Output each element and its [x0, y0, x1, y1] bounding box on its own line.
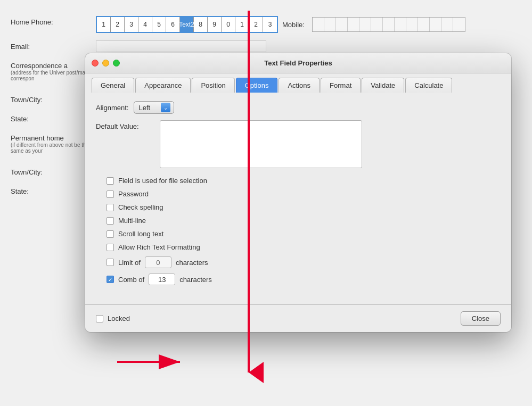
tab-bar: General Appearance Position Options Acti… — [85, 73, 511, 93]
tab-calculate[interactable]: Calculate — [405, 78, 452, 93]
scroll-long-label: Scroll long text — [118, 230, 163, 238]
password-checkbox[interactable] — [107, 190, 114, 198]
comb-field[interactable]: 1 2 3 4 5 6 Text2 8 9 0 1 2 3 — [96, 16, 278, 33]
comb-cell: 9 — [208, 17, 222, 32]
default-value-label: Default Value: — [96, 120, 154, 130]
password-label: Password — [118, 190, 149, 198]
permanent-home-label: Permanent home (if different from above … — [11, 132, 96, 154]
comb-cell: 3 — [125, 17, 138, 32]
tab-general[interactable]: General — [92, 78, 134, 93]
comb-cell: 4 — [138, 17, 152, 32]
comb-input[interactable] — [149, 274, 175, 285]
comb-checkbox[interactable]: ✓ — [107, 276, 114, 283]
close-button[interactable]: Close — [461, 311, 501, 326]
check-spelling-label: Check spelling — [118, 203, 163, 211]
alignment-select[interactable]: Left ⌄ — [134, 101, 174, 114]
bottom-bar: Locked Close — [85, 304, 511, 332]
alignment-row: Alignment: Left ⌄ — [96, 101, 501, 114]
limit-checkbox[interactable] — [107, 259, 114, 266]
comb-cell: 3 — [263, 17, 277, 32]
default-value-row: Default Value: — [96, 120, 501, 168]
tab-appearance[interactable]: Appearance — [135, 78, 191, 93]
town-city-label: Town/City: — [11, 94, 96, 104]
tab-actions[interactable]: Actions — [279, 78, 320, 93]
comb-cell: 2 — [111, 17, 125, 32]
alignment-value: Left — [138, 104, 150, 112]
minimize-traffic-light[interactable] — [102, 60, 109, 67]
file-selection-checkbox[interactable] — [107, 177, 114, 185]
password-row: Password — [107, 190, 501, 198]
comb-cell: 2 — [249, 17, 263, 32]
town-city2-label: Town/City: — [11, 166, 96, 176]
check-spelling-row: Check spelling — [107, 203, 501, 211]
tab-format[interactable]: Format — [321, 78, 361, 93]
correspondence-label: Correspondence a (address for the Univer… — [11, 60, 96, 81]
mobile-label: Mobile: — [282, 21, 305, 29]
checkboxes-area: Field is used for file selection Passwor… — [96, 177, 501, 285]
comb-cell: 6 — [166, 17, 180, 32]
state2-label: State: — [11, 185, 96, 195]
comb-field-container: 1 2 3 4 5 6 Text2 8 9 0 1 2 3 Mobile: — [96, 16, 465, 33]
comb-label: Comb of — [118, 276, 144, 284]
limit-row: Limit of characters — [107, 256, 501, 268]
maximize-traffic-light[interactable] — [113, 60, 120, 67]
tab-position[interactable]: Position — [192, 78, 234, 93]
dialog-content: Alignment: Left ⌄ Default Value: Field i… — [85, 93, 511, 304]
file-selection-row: Field is used for file selection — [107, 177, 501, 185]
multi-line-label: Multi-line — [118, 217, 146, 225]
check-spelling-checkbox[interactable] — [107, 204, 114, 211]
tab-validate[interactable]: Validate — [362, 78, 404, 93]
allow-rich-checkbox[interactable] — [107, 244, 114, 251]
comb-chars-label: characters — [179, 276, 212, 284]
close-traffic-light[interactable] — [92, 60, 99, 67]
state-label: State: — [11, 113, 96, 123]
allow-rich-label: Allow Rich Text Formatting — [118, 243, 200, 251]
limit-label: Limit of — [118, 259, 141, 267]
comb-cell-selected: Text2 — [180, 17, 194, 32]
comb-cell: 0 — [222, 17, 235, 32]
text-field-properties-dialog: Text Field Properties General Appearance… — [85, 53, 511, 332]
alignment-dropdown-arrow: ⌄ — [161, 103, 170, 112]
comb-row: ✓ Comb of characters — [107, 274, 501, 285]
mobile-comb — [312, 17, 465, 32]
allow-rich-row: Allow Rich Text Formatting — [107, 243, 501, 251]
comb-cell: 8 — [194, 17, 208, 32]
multi-line-checkbox[interactable] — [107, 217, 114, 225]
home-phone-label: Home Phone: — [11, 16, 96, 26]
limit-input[interactable] — [145, 256, 171, 268]
comb-cell: 1 — [97, 17, 111, 32]
default-value-input[interactable] — [160, 120, 362, 168]
scroll-long-row: Scroll long text — [107, 230, 501, 238]
file-selection-label: Field is used for file selection — [118, 177, 207, 185]
dialog-title: Text Field Properties — [264, 59, 332, 67]
traffic-lights — [92, 60, 120, 67]
multi-line-row: Multi-line — [107, 217, 501, 225]
locked-row: Locked — [96, 314, 130, 322]
locked-label: Locked — [108, 314, 130, 322]
limit-chars-label: characters — [176, 259, 208, 267]
title-bar: Text Field Properties — [85, 53, 511, 73]
alignment-label: Alignment: — [96, 104, 128, 112]
comb-cell: 1 — [235, 17, 249, 32]
locked-checkbox[interactable] — [96, 315, 103, 322]
email-label: Email: — [11, 40, 96, 51]
email-input[interactable] — [96, 40, 266, 52]
comb-cell: 5 — [152, 17, 166, 32]
tab-options[interactable]: Options — [236, 78, 278, 93]
scroll-long-checkbox[interactable] — [107, 230, 114, 238]
